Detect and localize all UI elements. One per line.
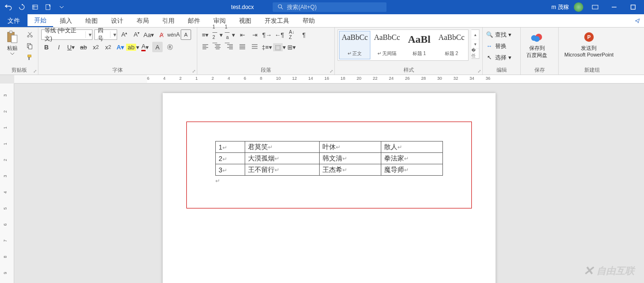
table-cell[interactable]: 1↵ <box>216 142 245 153</box>
format-painter-button[interactable] <box>25 52 35 63</box>
table-row[interactable]: 2↵大漠孤烟↵韩文清↵拳法家↵ <box>216 153 443 164</box>
tab-insert[interactable]: 插入 <box>53 14 79 27</box>
phonetic-guide-button[interactable]: wénA <box>168 29 179 40</box>
svg-point-15 <box>534 36 540 42</box>
qat-customize-dropdown[interactable] <box>57 2 66 12</box>
align-center-button[interactable] <box>212 42 223 52</box>
align-left-button[interactable] <box>200 42 211 52</box>
tab-design[interactable]: 设计 <box>104 14 130 27</box>
highlight-button[interactable]: ab▾ <box>128 42 138 52</box>
ruler-vertical[interactable]: 321123456789 <box>0 84 14 283</box>
underline-button[interactable]: U▾ <box>66 42 76 52</box>
tab-devtools[interactable]: 开发工具 <box>258 14 296 27</box>
table-row[interactable]: 3↵王不留行↵王杰希↵魔导师↵ <box>216 164 443 176</box>
search-box[interactable] <box>273 2 386 12</box>
shrink-font-button[interactable]: A▾ <box>131 29 142 40</box>
style-heading1[interactable]: AaBl标题 1 <box>404 31 435 59</box>
tab-file[interactable]: 文件 <box>0 14 28 27</box>
table-cell[interactable]: 散人↵ <box>381 142 443 153</box>
subscript-button[interactable]: x2 <box>91 42 101 52</box>
copy-button[interactable] <box>25 41 35 51</box>
font-color-button[interactable]: A▾ <box>140 42 150 52</box>
align-right-button[interactable] <box>225 42 235 52</box>
style-heading2[interactable]: AaBbCc标题 2 <box>436 31 467 59</box>
distribute-button[interactable] <box>249 42 260 52</box>
redo-button[interactable] <box>17 2 27 12</box>
table-cell[interactable]: 君莫笑↵ <box>245 142 320 153</box>
user-avatar[interactable] <box>574 2 583 12</box>
paste-button[interactable]: 粘贴 <box>3 29 22 56</box>
table-cell[interactable]: 拳法家↵ <box>381 153 443 164</box>
save-to-baidu-button[interactable]: 保存到 百度网盘 <box>524 29 550 60</box>
clipboard-launcher[interactable]: ⤢ <box>33 69 37 74</box>
select-button[interactable]: ↖选择▾ <box>486 52 511 63</box>
italic-button[interactable]: I <box>54 42 64 52</box>
ltr-button[interactable]: ¶→ <box>262 29 272 40</box>
change-case-button[interactable]: Aa▾ <box>144 29 154 40</box>
paragraph-launcher[interactable]: ⤢ <box>330 69 333 74</box>
group-label-save: 保存 <box>524 66 555 74</box>
tab-home[interactable]: 开始 <box>28 14 53 27</box>
document-canvas[interactable]: 1↵君莫笑↵叶休↵散人↵2↵大漠孤烟↵韩文清↵拳法家↵3↵王不留行↵王杰希↵魔导… <box>14 84 644 283</box>
table-cell[interactable]: 王杰希↵ <box>320 164 381 176</box>
style-nospacing[interactable]: AaBbCc↵ 无间隔 <box>371 31 403 59</box>
numbering-button[interactable]: 1—2—▾ <box>212 29 223 40</box>
search-input[interactable] <box>287 4 382 10</box>
table-row[interactable]: 1↵君莫笑↵叶休↵散人↵ <box>216 142 443 153</box>
tab-draw[interactable]: 绘图 <box>79 14 104 27</box>
text-effects-button[interactable]: A▾ <box>115 42 126 52</box>
cut-button[interactable] <box>25 29 35 40</box>
increase-indent-button[interactable]: ⇥ <box>249 29 260 40</box>
styles-more-button[interactable]: �任 <box>471 49 479 58</box>
multilevel-button[interactable]: 1— a—▾ <box>225 29 235 40</box>
undo-button[interactable] <box>4 2 13 12</box>
table-cell[interactable]: 大漠孤烟↵ <box>245 153 320 164</box>
justify-button[interactable] <box>237 42 248 52</box>
tab-references[interactable]: 引用 <box>156 14 181 27</box>
replace-button[interactable]: ↔替换 <box>486 41 506 51</box>
char-border-button[interactable]: A <box>181 29 191 40</box>
borders-button[interactable]: ⊞▾ <box>286 42 297 52</box>
font-name-combo[interactable]: 等线 (中文正文)▾ <box>41 29 92 40</box>
minimize-button[interactable] <box>607 2 621 12</box>
styles-down-button[interactable]: ▾ <box>471 39 479 49</box>
tab-view[interactable]: 视图 <box>232 14 258 27</box>
qat-button-1[interactable] <box>30 2 40 12</box>
font-size-combo[interactable]: 四号▾ <box>94 29 117 40</box>
share-button[interactable] <box>633 16 642 26</box>
char-shading-button[interactable]: A <box>152 42 163 52</box>
table-cell[interactable]: 叶休↵ <box>320 142 381 153</box>
styles-up-button[interactable]: ▴ <box>471 30 479 39</box>
rtl-button[interactable]: ←¶ <box>274 29 285 40</box>
table-cell[interactable]: 王不留行↵ <box>245 164 320 176</box>
grow-font-button[interactable]: A▴ <box>119 29 129 40</box>
bold-button[interactable]: B <box>41 42 52 52</box>
enclose-char-button[interactable]: ㊔ <box>165 42 175 52</box>
qat-button-2[interactable] <box>44 2 53 12</box>
styles-launcher[interactable]: ⤢ <box>478 69 481 74</box>
clear-format-button[interactable]: A̷ <box>156 29 166 40</box>
tab-mailings[interactable]: 邮件 <box>181 14 207 27</box>
table-cell[interactable]: 2↵ <box>216 153 245 164</box>
show-marks-button[interactable]: ¶ <box>299 29 309 40</box>
find-button[interactable]: 🔍查找▾ <box>486 29 511 40</box>
table-cell[interactable]: 韩文清↵ <box>320 153 381 164</box>
table-cell[interactable]: 魔导师↵ <box>381 164 443 176</box>
bullets-button[interactable]: ≡▾ <box>200 29 211 40</box>
maximize-button[interactable] <box>626 2 640 12</box>
document-table[interactable]: 1↵君莫笑↵叶休↵散人↵2↵大漠孤烟↵韩文清↵拳法家↵3↵王不留行↵王杰希↵魔导… <box>215 141 443 176</box>
table-cell[interactable]: 3↵ <box>216 164 245 176</box>
superscript-button[interactable]: x2 <box>103 42 113 52</box>
tab-layout[interactable]: 布局 <box>130 14 156 27</box>
decrease-indent-button[interactable]: ⇤ <box>237 29 248 40</box>
style-normal[interactable]: AaBbCc↵ 正文 <box>339 31 370 59</box>
font-launcher[interactable]: ⤢ <box>192 69 196 74</box>
ribbon-display-button[interactable] <box>588 2 602 12</box>
sort-button[interactable]: A↓Z <box>286 29 297 40</box>
strike-button[interactable]: ab <box>78 42 89 52</box>
send-to-powerpoint-button[interactable]: P 发送到 Microsoft PowerPoint <box>561 29 616 58</box>
ruler-horizontal[interactable]: 642124681012141618202224262830323436 <box>14 75 644 84</box>
shading-button[interactable]: ⬚▾ <box>274 42 285 52</box>
line-spacing-button[interactable]: ‡≡▾ <box>262 42 272 52</box>
tab-help[interactable]: 帮助 <box>296 14 322 27</box>
